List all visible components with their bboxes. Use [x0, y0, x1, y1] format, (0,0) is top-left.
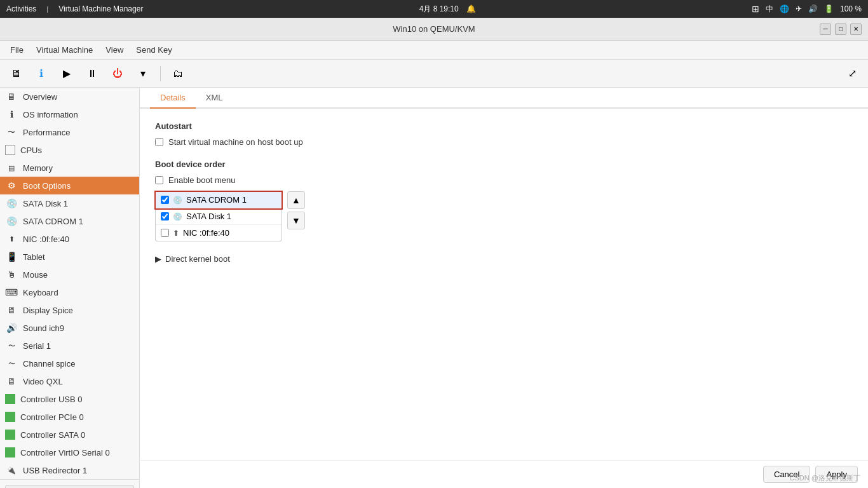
content-panel: Autostart Start virtual machine on host …	[140, 109, 868, 460]
sidebar-item-controller-virtio-serial-0[interactable]: Controller VirtIO Serial 0	[0, 444, 139, 461]
sidebar-label-usb-redirector-1: USB Redirector 1	[23, 466, 87, 475]
sidebar-item-boot-options[interactable]: ⚙ Boot Options	[0, 177, 139, 194]
sidebar-item-video-qxl[interactable]: 🖥 Video QXL	[0, 372, 139, 390]
enable-boot-menu-label: Enable boot menu	[168, 175, 236, 185]
sidebar-item-controller-pcie-0[interactable]: Controller PCIe 0	[0, 408, 139, 426]
sidebar-label-tablet: Tablet	[23, 252, 45, 262]
sidebar-item-controller-sata-0[interactable]: Controller SATA 0	[0, 426, 139, 444]
activities-label[interactable]: Activities	[6, 4, 36, 13]
move-down-button[interactable]: ▼	[287, 212, 305, 229]
system-bar: Activities | Virtual Machine Manager 4月 …	[0, 0, 868, 18]
boot-device-item-sata-cdrom-1[interactable]: 💿 SATA CDROM 1	[156, 192, 281, 208]
sidebar-item-sound-ich9[interactable]: 🔊 Sound ich9	[0, 319, 139, 337]
boot-options-icon: ⚙	[5, 179, 18, 192]
monitor-button[interactable]: 🖥	[5, 63, 27, 85]
sidebar-item-performance[interactable]: 〜 Performance	[0, 123, 139, 141]
sidebar-label-performance: Performance	[23, 128, 70, 137]
sidebar-item-memory[interactable]: ▤ Memory	[0, 159, 139, 177]
autostart-label: Start virtual machine on host boot up	[168, 137, 303, 147]
datetime-label: 4月 8 19:10	[419, 4, 459, 15]
boot-device-label-sata-disk-1: SATA Disk 1	[186, 212, 231, 221]
snapshot-button[interactable]: 🗂	[167, 63, 189, 85]
sidebar-item-sata-disk-1[interactable]: 💿 SATA Disk 1	[0, 194, 139, 212]
run-button[interactable]: ▶	[56, 63, 78, 85]
video-icon: 🖥	[5, 375, 18, 388]
tablet-icon: 📱	[5, 250, 18, 263]
autostart-checkbox-row: Start virtual machine on host boot up	[155, 137, 853, 147]
tab-xml[interactable]: XML	[196, 88, 233, 109]
sidebar-item-channel-spice[interactable]: 〜 Channel spice	[0, 355, 139, 372]
battery-icon: 🔋	[824, 4, 834, 13]
tab-bar: Details XML	[140, 88, 868, 109]
sidebar: 🖥 Overview ℹ OS information 〜 Performanc…	[0, 88, 140, 488]
boot-device-item-sata-disk-1[interactable]: 💿 SATA Disk 1	[156, 208, 281, 225]
disk-device-icon: 💿	[173, 212, 182, 221]
sidebar-item-tablet[interactable]: 📱 Tablet	[0, 248, 139, 266]
tab-details[interactable]: Details	[150, 88, 196, 109]
sidebar-item-controller-usb-0[interactable]: Controller USB 0	[0, 390, 139, 408]
airplane-icon: ✈	[796, 4, 802, 13]
menu-view[interactable]: View	[100, 43, 128, 57]
add-hardware-button[interactable]: Add Hardware	[5, 485, 134, 488]
sidebar-label-controller-pcie-0: Controller PCIe 0	[20, 412, 84, 422]
pause-button[interactable]: ⏸	[81, 63, 103, 85]
cdrom-device-icon: 💿	[173, 196, 182, 205]
sidebar-label-sata-cdrom-1: SATA CDROM 1	[23, 217, 83, 226]
autostart-title: Autostart	[155, 121, 853, 131]
expand-button[interactable]: ⤢	[841, 63, 863, 85]
direct-kernel-boot-label: Direct kernel boot	[165, 254, 230, 264]
sidebar-label-overview: Overview	[23, 92, 57, 102]
toolbar: 🖥 ℹ ▶ ⏸ ⏻ ▾ 🗂 ⤢	[0, 60, 868, 88]
memory-icon: ▤	[5, 161, 18, 174]
enable-boot-menu-row: Enable boot menu	[155, 175, 853, 185]
sidebar-item-mouse[interactable]: 🖱 Mouse	[0, 266, 139, 283]
menu-file[interactable]: File	[5, 43, 29, 57]
boot-device-checkbox-sata-disk-1[interactable]	[161, 212, 169, 220]
sidebar-label-serial-1: Serial 1	[23, 341, 51, 351]
sidebar-item-os-information[interactable]: ℹ OS information	[0, 105, 139, 123]
sidebar-item-usb-redirector-1[interactable]: 🔌 USB Redirector 1	[0, 461, 139, 479]
sound-icon: 🔊	[5, 322, 18, 334]
boot-device-checkbox-nic[interactable]	[161, 229, 169, 237]
sidebar-item-serial-1[interactable]: 〜 Serial 1	[0, 337, 139, 355]
autostart-checkbox[interactable]	[155, 138, 163, 146]
sidebar-label-nic: NIC :0f:fe:40	[23, 234, 69, 244]
controller-sata-icon	[5, 430, 15, 440]
info-button[interactable]: ℹ	[31, 63, 52, 85]
menu-virtual-machine[interactable]: Virtual Machine	[31, 43, 98, 57]
sidebar-item-nic[interactable]: ⬆ NIC :0f:fe:40	[0, 230, 139, 248]
power-button[interactable]: ⏻	[107, 63, 128, 85]
main-content: 🖥 Overview ℹ OS information 〜 Performanc…	[0, 88, 868, 488]
boot-device-order-title: Boot device order	[155, 159, 853, 169]
cpus-icon	[5, 145, 15, 155]
sidebar-item-display-spice[interactable]: 🖥 Display Spice	[0, 301, 139, 319]
sidebar-item-sata-cdrom-1[interactable]: 💿 SATA CDROM 1	[0, 212, 139, 230]
move-up-button[interactable]: ▲	[287, 191, 305, 209]
maximize-button[interactable]: □	[835, 24, 846, 35]
sidebar-item-cpus[interactable]: CPUs	[0, 141, 139, 159]
nic-icon: ⬆	[5, 233, 18, 245]
boot-device-item-nic[interactable]: ⬆ NIC :0f:fe:40	[156, 225, 281, 241]
mouse-icon: 🖱	[5, 268, 18, 281]
close-button[interactable]: ✕	[850, 24, 862, 35]
keyboard-icon: ⌨	[5, 286, 18, 299]
enable-boot-menu-checkbox[interactable]	[155, 176, 163, 184]
bing-icon: ⊞	[752, 4, 759, 14]
battery-pct: 100 %	[840, 4, 862, 13]
controller-pcie-icon	[5, 412, 15, 422]
dropdown-button[interactable]: ▾	[132, 63, 154, 85]
boot-device-area: 💿 SATA CDROM 1 💿 SATA Disk 1 ⬆	[155, 191, 853, 241]
sidebar-item-keyboard[interactable]: ⌨ Keyboard	[0, 283, 139, 301]
sidebar-label-memory: Memory	[23, 163, 53, 173]
sidebar-item-overview[interactable]: 🖥 Overview	[0, 88, 139, 105]
minimize-button[interactable]: ─	[820, 24, 831, 35]
boot-device-checkbox-sata-cdrom-1[interactable]	[161, 196, 169, 204]
volume-icon: 🔊	[808, 4, 818, 13]
direct-kernel-boot-row[interactable]: ▶ Direct kernel boot	[155, 254, 853, 264]
sidebar-label-sound-ich9: Sound ich9	[23, 323, 64, 333]
menu-send-key[interactable]: Send Key	[131, 43, 177, 57]
serial-icon: 〜	[5, 339, 18, 352]
title-bar: Win10 on QEMU/KVM ─ □ ✕	[0, 18, 868, 41]
sidebar-label-channel-spice: Channel spice	[23, 359, 75, 369]
sidebar-label-mouse: Mouse	[23, 270, 48, 280]
